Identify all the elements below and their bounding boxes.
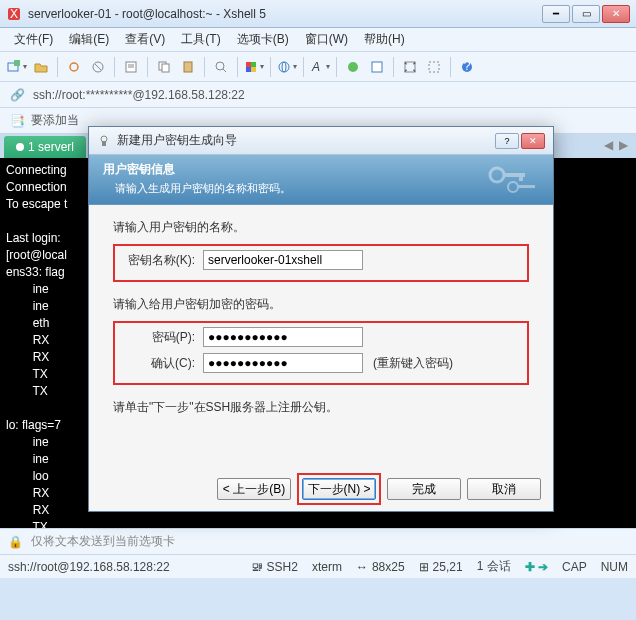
- dialog-close-button[interactable]: ✕: [521, 133, 545, 149]
- status-connection: ssh://root@192.168.58.128:22: [8, 560, 170, 574]
- svg-rect-3: [14, 60, 20, 66]
- status-session: 1 会话: [477, 558, 511, 575]
- name-highlight-box: 密钥名称(K):: [113, 244, 529, 282]
- tab-status-icon: [16, 143, 24, 151]
- name-section-label: 请输入用户密钥的名称。: [113, 219, 529, 236]
- retype-hint: (重新键入密码): [373, 355, 453, 372]
- svg-rect-22: [372, 62, 382, 72]
- separator: [237, 57, 238, 77]
- menu-tabs[interactable]: 选项卡(B): [231, 29, 295, 50]
- send-text[interactable]: 仅将文本发送到当前选项卡: [31, 533, 175, 550]
- pass-section-label: 请输入给用户密钥加密的密码。: [113, 296, 529, 313]
- minimize-button[interactable]: ━: [542, 5, 570, 23]
- separator: [303, 57, 304, 77]
- font-icon[interactable]: A: [309, 56, 331, 78]
- find-icon[interactable]: [210, 56, 232, 78]
- status-size: 88x25: [372, 560, 405, 574]
- svg-line-13: [223, 69, 226, 72]
- quick-label: 要添加当: [31, 112, 79, 129]
- next-highlight-box: 下一步(N) >: [297, 473, 381, 505]
- reconnect-icon[interactable]: [63, 56, 85, 78]
- password-label: 密码(P):: [119, 329, 195, 346]
- new-session-icon[interactable]: [6, 56, 28, 78]
- dialog-footer: < 上一步(B) 下一步(N) > 完成 取消: [89, 467, 553, 511]
- separator: [336, 57, 337, 77]
- app-icon: X: [6, 6, 22, 22]
- status-cap: CAP: [562, 560, 587, 574]
- address-text[interactable]: ssh://root:**********@192.168.58.128:22: [33, 88, 245, 102]
- menu-edit[interactable]: 编辑(E): [63, 29, 115, 50]
- paste-icon[interactable]: [177, 56, 199, 78]
- separator: [57, 57, 58, 77]
- key-wizard-dialog: 新建用户密钥生成向导 ? ✕ 用户密钥信息 请输入生成用户密钥的名称和密码。 请…: [88, 126, 554, 512]
- size-icon: ↔: [356, 560, 368, 574]
- dialog-header: 用户密钥信息 请输入生成用户密钥的名称和密码。: [89, 155, 553, 205]
- menu-window[interactable]: 窗口(W): [299, 29, 354, 50]
- back-button[interactable]: < 上一步(B): [217, 478, 291, 500]
- svg-point-12: [216, 62, 224, 70]
- svg-rect-16: [246, 67, 251, 72]
- separator: [393, 57, 394, 77]
- separator: [204, 57, 205, 77]
- lock-icon: 🔒: [8, 535, 23, 549]
- transparent-icon[interactable]: [423, 56, 445, 78]
- cancel-button[interactable]: 取消: [467, 478, 541, 500]
- key-name-label: 密钥名称(K):: [119, 252, 195, 269]
- script-icon[interactable]: [366, 56, 388, 78]
- tab-next-icon[interactable]: ▶: [619, 138, 628, 152]
- window-controls: ━ ▭ ✕: [542, 5, 630, 23]
- properties-icon[interactable]: [120, 56, 142, 78]
- menu-tools[interactable]: 工具(T): [175, 29, 226, 50]
- help-icon[interactable]: ?: [456, 56, 478, 78]
- session-tab[interactable]: 1 serverl: [4, 136, 86, 158]
- svg-point-21: [348, 62, 358, 72]
- dialog-header-title: 用户密钥信息: [103, 161, 539, 178]
- copy-icon[interactable]: [153, 56, 175, 78]
- color-scheme-icon[interactable]: [243, 56, 265, 78]
- confirm-input[interactable]: [203, 353, 363, 373]
- svg-point-19: [282, 62, 286, 72]
- next-button[interactable]: 下一步(N) >: [302, 478, 376, 500]
- dialog-body: 请输入用户密钥的名称。 密钥名称(K): 请输入给用户密钥加密的密码。 密码(P…: [89, 205, 553, 467]
- password-input[interactable]: [203, 327, 363, 347]
- separator: [450, 57, 451, 77]
- maximize-button[interactable]: ▭: [572, 5, 600, 23]
- svg-rect-31: [519, 173, 523, 181]
- svg-rect-11: [184, 62, 192, 72]
- svg-text:X: X: [10, 7, 18, 21]
- svg-point-18: [279, 62, 289, 72]
- svg-rect-15: [251, 62, 256, 67]
- encoding-icon[interactable]: [276, 56, 298, 78]
- confirm-label: 确认(C):: [119, 355, 195, 372]
- svg-text:?: ?: [464, 60, 471, 73]
- statusbar: ssh://root@192.168.58.128:22 🖳SSH2 xterm…: [0, 554, 636, 578]
- tab-label: 1 serverl: [28, 140, 74, 154]
- addressbar: 🔗 ssh://root:**********@192.168.58.128:2…: [0, 82, 636, 108]
- menubar: 文件(F) 编辑(E) 查看(V) 工具(T) 选项卡(B) 窗口(W) 帮助(…: [0, 28, 636, 52]
- xftp-icon[interactable]: [342, 56, 364, 78]
- open-session-icon[interactable]: [30, 56, 52, 78]
- toolbar: A ?: [0, 52, 636, 82]
- link-icon: 🔗: [10, 88, 25, 102]
- dialog-help-button[interactable]: ?: [495, 133, 519, 149]
- svg-point-29: [490, 168, 504, 182]
- separator: [147, 57, 148, 77]
- window-title: serverlooker-01 - root@localhost:~ - Xsh…: [28, 7, 542, 21]
- tab-prev-icon[interactable]: ◀: [604, 138, 613, 152]
- menu-file[interactable]: 文件(F): [8, 29, 59, 50]
- menu-view[interactable]: 查看(V): [119, 29, 171, 50]
- status-num: NUM: [601, 560, 628, 574]
- separator: [270, 57, 271, 77]
- svg-point-32: [508, 182, 518, 192]
- bookmark-icon[interactable]: 📑: [10, 114, 25, 128]
- finish-button[interactable]: 完成: [387, 478, 461, 500]
- keys-icon: [483, 161, 543, 197]
- fullscreen-icon[interactable]: [399, 56, 421, 78]
- disconnect-icon[interactable]: [87, 56, 109, 78]
- close-button[interactable]: ✕: [602, 5, 630, 23]
- menu-help[interactable]: 帮助(H): [358, 29, 411, 50]
- key-name-input[interactable]: [203, 250, 363, 270]
- svg-rect-10: [162, 64, 169, 72]
- svg-line-5: [95, 64, 101, 70]
- svg-rect-17: [251, 67, 256, 72]
